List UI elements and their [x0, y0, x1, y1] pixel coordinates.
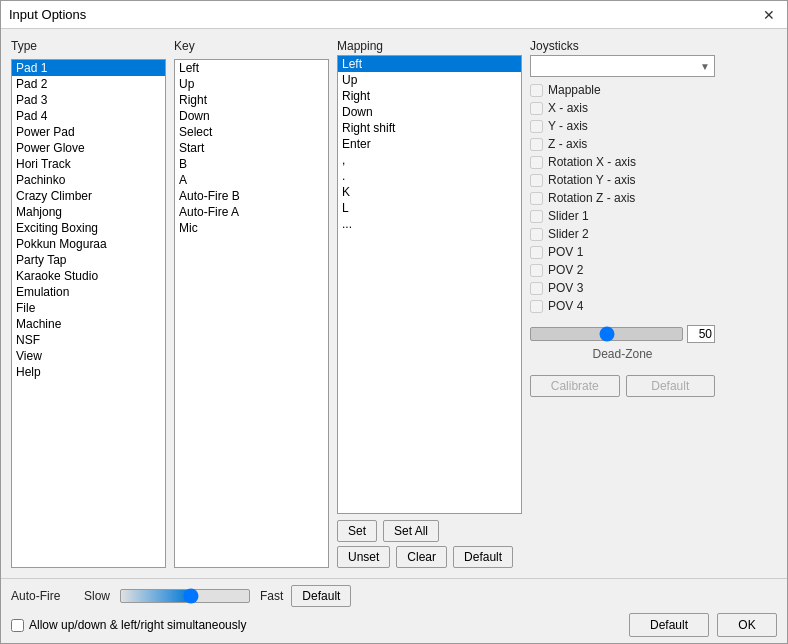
joystick-checkbox-rotation-y---axis[interactable] [530, 174, 543, 187]
joystick-dropdown[interactable]: ▼ [530, 55, 715, 77]
deadzone-section: 50 Dead-Zone Calibrate Default [530, 325, 715, 397]
joystick-default-button[interactable]: Default [626, 375, 716, 397]
mapping-list-item[interactable]: Up [338, 72, 521, 88]
fast-label: Fast [260, 589, 283, 603]
type-list-item[interactable]: Pad 3 [12, 92, 165, 108]
key-list-item[interactable]: Auto-Fire A [175, 204, 328, 220]
mapping-list-item[interactable]: , [338, 152, 521, 168]
key-list-item[interactable]: Right [175, 92, 328, 108]
type-list-item[interactable]: NSF [12, 332, 165, 348]
set-button[interactable]: Set [337, 520, 377, 542]
type-list-item[interactable]: Power Pad [12, 124, 165, 140]
mapping-list-item[interactable]: . [338, 168, 521, 184]
clear-button[interactable]: Clear [396, 546, 447, 568]
mapping-list-item[interactable]: Down [338, 104, 521, 120]
mapping-list-item[interactable]: Right shift [338, 120, 521, 136]
mapping-panel: Mapping LeftUpRightDownRight shiftEnter,… [337, 39, 522, 568]
type-list-item[interactable]: Pad 1 [12, 60, 165, 76]
allow-checkbox[interactable] [11, 619, 24, 632]
joystick-checkbox-label: X - axis [548, 101, 588, 115]
content-area: Type Pad 1Pad 2Pad 3Pad 4Power PadPower … [1, 29, 787, 578]
joystick-checkbox-slider-2[interactable] [530, 228, 543, 241]
key-list-item[interactable]: B [175, 156, 328, 172]
type-list-item[interactable]: File [12, 300, 165, 316]
joystick-checkbox-pov-1[interactable] [530, 246, 543, 259]
key-listbox[interactable]: LeftUpRightDownSelectStartBAAuto-Fire BA… [174, 59, 329, 568]
mapping-list-item[interactable]: L [338, 200, 521, 216]
type-label: Type [11, 39, 166, 53]
joystick-checkbox-label: Mappable [548, 83, 601, 97]
type-list-item[interactable]: View [12, 348, 165, 364]
type-list-item[interactable]: Hori Track [12, 156, 165, 172]
type-list-item[interactable]: Help [12, 364, 165, 380]
key-list-item[interactable]: Mic [175, 220, 328, 236]
joystick-checkbox-pov-4[interactable] [530, 300, 543, 313]
joystick-checkbox-label: POV 3 [548, 281, 583, 295]
mapping-buttons: Set Set All [337, 520, 522, 542]
joystick-checkbox-row: POV 3 [530, 281, 715, 295]
key-list-item[interactable]: Select [175, 124, 328, 140]
joystick-checkbox-x---axis[interactable] [530, 102, 543, 115]
type-list-item[interactable]: Power Glove [12, 140, 165, 156]
joystick-checkbox-rotation-z---axis[interactable] [530, 192, 543, 205]
joystick-checkbox-label: Y - axis [548, 119, 588, 133]
key-list-item[interactable]: Up [175, 76, 328, 92]
joystick-checkbox-label: Slider 2 [548, 227, 589, 241]
autofire-slider[interactable] [120, 589, 250, 603]
type-listbox[interactable]: Pad 1Pad 2Pad 3Pad 4Power PadPower Glove… [11, 59, 166, 568]
mapping-list-item[interactable]: K [338, 184, 521, 200]
mapping-list-item[interactable]: Enter [338, 136, 521, 152]
joystick-checkbox-rotation-x---axis[interactable] [530, 156, 543, 169]
key-list-item[interactable]: A [175, 172, 328, 188]
joystick-checkbox-label: POV 4 [548, 299, 583, 313]
mapping-listbox[interactable]: LeftUpRightDownRight shiftEnter,.KL... [337, 55, 522, 514]
joystick-checkbox-label: Slider 1 [548, 209, 589, 223]
mapping-default-button[interactable]: Default [453, 546, 513, 568]
type-list-item[interactable]: Mahjong [12, 204, 165, 220]
joystick-checkbox-label: Rotation X - axis [548, 155, 636, 169]
joystick-checkbox-y---axis[interactable] [530, 120, 543, 133]
type-list-item[interactable]: Pad 2 [12, 76, 165, 92]
key-list-item[interactable]: Start [175, 140, 328, 156]
type-list-item[interactable]: Karaoke Studio [12, 268, 165, 284]
joystick-checkbox-row: POV 1 [530, 245, 715, 259]
final-default-button[interactable]: Default [629, 613, 709, 637]
unset-button[interactable]: Unset [337, 546, 390, 568]
type-list-item[interactable]: Party Tap [12, 252, 165, 268]
key-list-item[interactable]: Auto-Fire B [175, 188, 328, 204]
type-list-item[interactable]: Exciting Boxing [12, 220, 165, 236]
type-list-item[interactable]: Pachinko [12, 172, 165, 188]
joystick-checkbox-label: Z - axis [548, 137, 587, 151]
key-list-item[interactable]: Down [175, 108, 328, 124]
bottom-controls-row: Allow up/down & left/right simultaneousl… [11, 613, 777, 637]
autofire-row: Auto-Fire Slow Fast Default [11, 585, 777, 607]
type-list-item[interactable]: Machine [12, 316, 165, 332]
autofire-default-button[interactable]: Default [291, 585, 351, 607]
joystick-checkbox-pov-3[interactable] [530, 282, 543, 295]
joystick-checkbox-pov-2[interactable] [530, 264, 543, 277]
autofire-label: Auto-Fire [11, 589, 76, 603]
mapping-list-item[interactable]: Right [338, 88, 521, 104]
lists-row: Type Pad 1Pad 2Pad 3Pad 4Power PadPower … [11, 39, 777, 568]
joystick-checkbox-z---axis[interactable] [530, 138, 543, 151]
main-window: Input Options ✕ Type Pad 1Pad 2Pad 3Pad … [0, 0, 788, 644]
type-list-item[interactable]: Pad 4 [12, 108, 165, 124]
type-list-item[interactable]: Pokkun Moguraa [12, 236, 165, 252]
joystick-checkbox-row: POV 2 [530, 263, 715, 277]
mapping-list-item[interactable]: Left [338, 56, 521, 72]
deadzone-slider[interactable] [530, 327, 683, 341]
set-all-button[interactable]: Set All [383, 520, 439, 542]
calibrate-button[interactable]: Calibrate [530, 375, 620, 397]
joystick-checkbox-row: Rotation X - axis [530, 155, 715, 169]
type-list-item[interactable]: Emulation [12, 284, 165, 300]
joystick-checkbox-mappable[interactable] [530, 84, 543, 97]
type-list-item[interactable]: Crazy Climber [12, 188, 165, 204]
ok-button[interactable]: OK [717, 613, 777, 637]
joystick-checkbox-slider-1[interactable] [530, 210, 543, 223]
chevron-down-icon: ▼ [700, 61, 710, 72]
allow-checkbox-label: Allow up/down & left/right simultaneousl… [29, 618, 246, 632]
key-list-item[interactable]: Left [175, 60, 328, 76]
joystick-checkbox-label: Rotation Z - axis [548, 191, 635, 205]
mapping-list-item[interactable]: ... [338, 216, 521, 232]
close-button[interactable]: ✕ [759, 8, 779, 22]
